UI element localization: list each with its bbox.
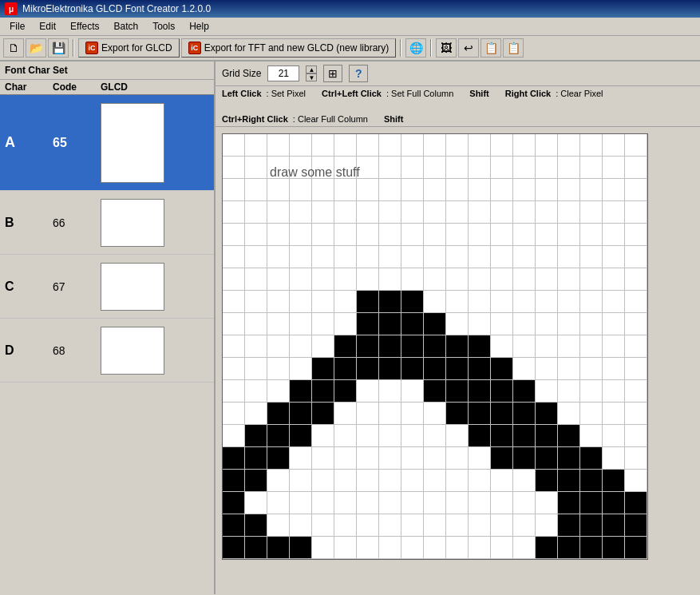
pixel-cell[interactable] — [379, 313, 401, 335]
pixel-cell[interactable] — [379, 514, 401, 537]
pixel-cell[interactable] — [513, 335, 536, 358]
pixel-cell[interactable] — [558, 447, 580, 470]
pixel-cell[interactable] — [312, 447, 334, 470]
pixel-cell[interactable] — [379, 201, 401, 224]
pixel-cell[interactable] — [312, 358, 334, 380]
pixel-cell[interactable] — [424, 470, 446, 492]
pixel-cell[interactable] — [245, 246, 267, 268]
pixel-cell[interactable] — [424, 157, 446, 179]
pixel-cell[interactable] — [491, 403, 513, 425]
pixel-cell[interactable] — [491, 470, 513, 492]
pixel-cell[interactable] — [290, 246, 312, 268]
menu-file[interactable]: File — [3, 19, 31, 34]
pixel-cell[interactable] — [558, 537, 580, 559]
pixel-cell[interactable] — [267, 470, 290, 492]
pixel-cell[interactable] — [536, 425, 558, 447]
pixel-cell[interactable] — [267, 514, 290, 537]
pixel-cell[interactable] — [603, 537, 625, 559]
pixel-cell[interactable] — [603, 157, 625, 179]
pixel-cell[interactable] — [401, 335, 424, 358]
pixel-cell[interactable] — [424, 268, 446, 291]
pixel-cell[interactable] — [491, 134, 513, 157]
pixel-cell[interactable] — [536, 492, 558, 514]
pixel-cell[interactable] — [469, 179, 491, 201]
pixel-cell[interactable] — [580, 358, 603, 380]
pixel-cell[interactable] — [469, 335, 491, 358]
menu-help[interactable]: Help — [183, 19, 216, 34]
pixel-cell[interactable] — [334, 403, 357, 425]
pixel-cell[interactable] — [267, 201, 290, 224]
pixel-cell[interactable] — [334, 157, 357, 179]
pixel-cell[interactable] — [424, 425, 446, 447]
pixel-cell[interactable] — [625, 157, 647, 179]
pixel-cell[interactable] — [290, 291, 312, 313]
pixel-cell[interactable] — [603, 179, 625, 201]
pixel-cell[interactable] — [267, 224, 290, 246]
icon-btn-2[interactable]: 📋 — [481, 38, 501, 58]
pixel-cell[interactable] — [536, 537, 558, 559]
pixel-cell[interactable] — [536, 380, 558, 403]
pixel-cell[interactable] — [312, 335, 334, 358]
web-button[interactable]: 🌐 — [405, 38, 426, 58]
pixel-cell[interactable] — [312, 313, 334, 335]
pixel-cell[interactable] — [491, 157, 513, 179]
pixel-cell[interactable] — [603, 470, 625, 492]
pixel-cell[interactable] — [290, 470, 312, 492]
pixel-cell[interactable] — [334, 313, 357, 335]
pixel-cell[interactable] — [625, 380, 647, 403]
pixel-cell[interactable] — [446, 514, 469, 537]
pixel-cell[interactable] — [446, 246, 469, 268]
pixel-cell[interactable] — [513, 380, 536, 403]
pixel-cell[interactable] — [446, 291, 469, 313]
pixel-cell[interactable] — [424, 201, 446, 224]
pixel-cell[interactable] — [469, 447, 491, 470]
pixel-cell[interactable] — [245, 514, 267, 537]
pixel-cell[interactable] — [312, 291, 334, 313]
pixel-cell[interactable] — [290, 537, 312, 559]
char-row[interactable]: C67 — [0, 255, 214, 319]
pixel-cell[interactable] — [334, 291, 357, 313]
pixel-cell[interactable] — [267, 179, 290, 201]
pixel-cell[interactable] — [267, 358, 290, 380]
pixel-cell[interactable] — [469, 201, 491, 224]
pixel-cell[interactable] — [245, 335, 267, 358]
pixel-cell[interactable] — [580, 492, 603, 514]
pixel-cell[interactable] — [446, 425, 469, 447]
pixel-cell[interactable] — [625, 514, 647, 537]
pixel-cell[interactable] — [603, 403, 625, 425]
pixel-cell[interactable] — [603, 313, 625, 335]
pixel-cell[interactable] — [625, 447, 647, 470]
pixel-cell[interactable] — [580, 470, 603, 492]
pixel-cell[interactable] — [379, 246, 401, 268]
export-tft-button[interactable]: iC Export for TFT and new GLCD (new libr… — [181, 38, 397, 58]
pixel-cell[interactable] — [446, 157, 469, 179]
pixel-cell[interactable] — [625, 335, 647, 358]
pixel-cell[interactable] — [491, 380, 513, 403]
pixel-cell[interactable] — [401, 470, 424, 492]
pixel-cell[interactable] — [334, 358, 357, 380]
pixel-cell[interactable] — [491, 335, 513, 358]
pixel-cell[interactable] — [290, 268, 312, 291]
pixel-cell[interactable] — [536, 268, 558, 291]
pixel-cell[interactable] — [312, 179, 334, 201]
pixel-cell[interactable] — [223, 335, 245, 358]
pixel-cell[interactable] — [580, 291, 603, 313]
pixel-cell[interactable] — [401, 358, 424, 380]
pixel-cell[interactable] — [379, 224, 401, 246]
pixel-cell[interactable] — [223, 157, 245, 179]
pixel-cell[interactable] — [267, 380, 290, 403]
pixel-cell[interactable] — [446, 492, 469, 514]
pixel-cell[interactable] — [625, 291, 647, 313]
pixel-cell[interactable] — [469, 492, 491, 514]
pixel-cell[interactable] — [379, 447, 401, 470]
pixel-cell[interactable] — [491, 268, 513, 291]
pixel-cell[interactable] — [357, 470, 379, 492]
pixel-cell[interactable] — [580, 514, 603, 537]
pixel-cell[interactable] — [580, 380, 603, 403]
pixel-cell[interactable] — [267, 425, 290, 447]
pixel-cell[interactable] — [580, 224, 603, 246]
pixel-cell[interactable] — [267, 246, 290, 268]
pixel-cell[interactable] — [223, 246, 245, 268]
help-button[interactable]: ? — [349, 65, 368, 82]
pixel-cell[interactable] — [513, 134, 536, 157]
